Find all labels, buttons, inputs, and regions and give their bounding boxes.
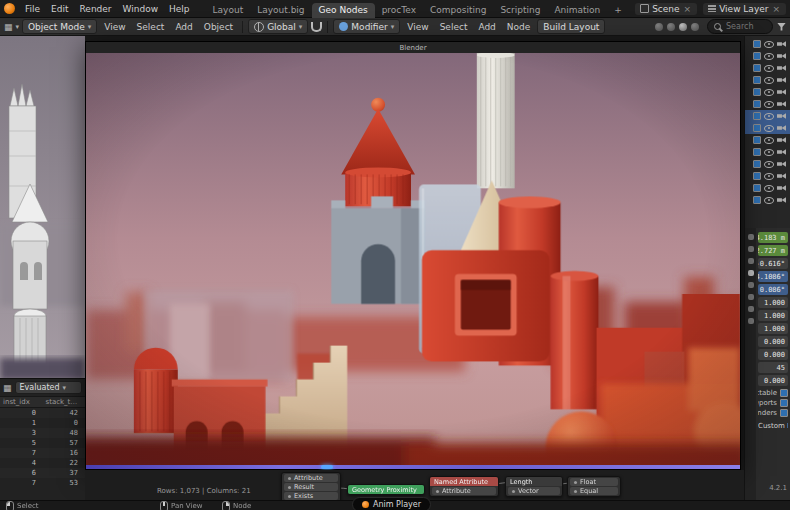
property-field[interactable]: 0.000 [758, 336, 788, 347]
node-socket[interactable]: Attribute [432, 487, 496, 495]
eye-icon[interactable] [764, 149, 774, 156]
checkbox-icon[interactable] [753, 40, 761, 48]
orientation-dropdown[interactable]: Global ▾ [248, 19, 308, 34]
checkbox-icon[interactable] [753, 76, 761, 84]
checkbox-icon[interactable] [753, 148, 761, 156]
tab-add-workspace[interactable]: + [607, 3, 629, 18]
visibility-toggle[interactable]: Viewports [758, 398, 788, 408]
dataset-dropdown[interactable]: Evaluated ▾ [15, 381, 82, 394]
tab-proctex[interactable]: procTex [375, 3, 423, 18]
tab-data-properties[interactable] [748, 306, 754, 312]
column-header[interactable]: inst_idx [0, 397, 43, 407]
property-field[interactable]: -0.616° [758, 258, 788, 269]
outliner-row[interactable] [745, 50, 790, 62]
tab-physics-properties[interactable] [748, 318, 754, 324]
eye-icon[interactable] [764, 101, 774, 108]
node-length[interactable]: Length Vector [505, 476, 563, 497]
menu-edit[interactable]: Edit [46, 3, 73, 15]
eye-icon[interactable] [764, 77, 774, 84]
outliner-row-selected[interactable] [745, 110, 790, 122]
view-layer-selector[interactable]: View Layer × [703, 3, 786, 15]
property-field[interactable]: 0.086° [758, 284, 788, 295]
checkbox-icon[interactable] [753, 64, 761, 72]
tab-modifier-properties[interactable] [748, 282, 754, 288]
property-field[interactable]: 0.000 [758, 375, 788, 386]
node-socket[interactable]: Result [284, 483, 338, 491]
eye-icon[interactable] [764, 185, 774, 192]
viewport-menu-object[interactable]: Object [200, 22, 237, 32]
eye-icon[interactable] [764, 161, 774, 168]
camera-icon[interactable] [777, 125, 786, 131]
node-compare[interactable]: Float Equal [567, 476, 621, 497]
tab-scene-properties[interactable] [748, 258, 754, 264]
property-field[interactable]: 45 [758, 362, 788, 373]
eye-icon[interactable] [764, 113, 774, 120]
viewport-menu-select[interactable]: Select [133, 22, 169, 32]
outliner-row[interactable] [745, 158, 790, 170]
eye-icon[interactable] [764, 41, 774, 48]
property-field[interactable]: 4.1086° [758, 271, 788, 282]
timeline-scrubber[interactable] [86, 465, 740, 469]
eye-icon[interactable] [764, 125, 774, 132]
viewport-3d[interactable] [0, 36, 85, 380]
menu-help[interactable]: Help [164, 3, 195, 15]
eye-icon[interactable] [764, 53, 774, 60]
scene-selector[interactable]: Scene × [635, 3, 697, 15]
tab-animation[interactable]: Animation [547, 3, 607, 18]
checkbox-icon[interactable] [753, 160, 761, 168]
outliner-row-selected[interactable] [745, 122, 790, 134]
outliner-row[interactable] [745, 182, 790, 194]
tab-scripting[interactable]: Scripting [493, 3, 547, 18]
checkbox-icon[interactable] [753, 88, 761, 96]
eye-icon[interactable] [764, 137, 774, 144]
menu-window[interactable]: Window [118, 3, 164, 15]
camera-icon[interactable] [777, 65, 786, 71]
camera-icon[interactable] [777, 53, 786, 59]
filter-icon[interactable] [777, 23, 786, 31]
node-dropdown[interactable]: Equal [570, 487, 618, 495]
outliner-row[interactable] [745, 170, 790, 182]
node-tree-type-dropdown[interactable]: Modifier ▾ [333, 19, 400, 34]
camera-icon[interactable] [777, 185, 786, 191]
anim-player-button[interactable]: Anim Player [352, 497, 431, 510]
property-field[interactable]: 2.727 m [758, 245, 788, 256]
tab-layout[interactable]: Layout [206, 3, 251, 18]
blender-logo-icon[interactable] [4, 3, 15, 14]
property-field[interactable]: 4.183 m [758, 232, 788, 243]
property-field[interactable]: 1.000 [758, 310, 788, 321]
checkbox-icon[interactable] [753, 52, 761, 60]
mode-dropdown[interactable]: Object Mode ▾ [22, 19, 97, 34]
node-menu-select[interactable]: Select [436, 22, 472, 32]
checkbox-icon[interactable] [753, 172, 761, 180]
eye-icon[interactable] [764, 173, 774, 180]
outliner-row[interactable] [745, 134, 790, 146]
property-field[interactable]: 1.000 [758, 297, 788, 308]
camera-icon[interactable] [777, 77, 786, 83]
visibility-toggle[interactable]: Renders [758, 408, 788, 418]
outliner-row[interactable] [745, 86, 790, 98]
checkbox-icon[interactable] [780, 409, 788, 417]
visibility-toggle[interactable]: Selectable [758, 388, 788, 398]
checkbox-icon[interactable] [753, 184, 761, 192]
tab-geo-nodes[interactable]: Geo Nodes [312, 3, 375, 18]
shading-wireframe-icon[interactable] [655, 23, 663, 31]
camera-icon[interactable] [777, 149, 786, 155]
viewport-menu-add[interactable]: Add [171, 22, 196, 32]
tab-render-properties[interactable] [748, 234, 754, 240]
properties-search[interactable] [707, 19, 773, 34]
outliner-row[interactable] [745, 74, 790, 86]
camera-icon[interactable] [777, 41, 786, 47]
camera-icon[interactable] [777, 89, 786, 95]
node-group-breadcrumb[interactable]: Build Layout [537, 19, 605, 34]
camera-icon[interactable] [777, 197, 786, 203]
viewport-menu-view[interactable]: View [100, 22, 129, 32]
property-field[interactable]: 0.000 [758, 349, 788, 360]
node-menu-view[interactable]: View [403, 22, 432, 32]
unlink-view-layer-icon[interactable]: × [771, 4, 781, 14]
node-socket[interactable]: Vector [508, 487, 560, 495]
camera-icon[interactable] [777, 101, 786, 107]
menu-render[interactable]: Render [75, 3, 117, 15]
node-socket[interactable]: Attribute [284, 474, 338, 482]
custom-properties-panel[interactable]: Custom Properties [758, 422, 788, 430]
checkbox-icon[interactable] [780, 389, 788, 397]
